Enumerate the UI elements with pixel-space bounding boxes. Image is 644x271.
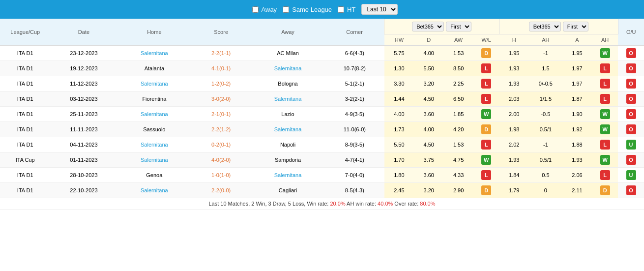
cell-away[interactable]: Salernitana xyxy=(251,91,325,107)
cell-score[interactable]: 1-0(1-0) xyxy=(191,168,251,183)
table-row: ITA D1 19-12-2023 Atalanta 4-1(0-1) Sale… xyxy=(0,61,644,76)
ht-checkbox[interactable] xyxy=(338,6,344,13)
cell-corner: 4-9(3-5) xyxy=(325,107,384,122)
cell-score[interactable]: 4-1(0-1) xyxy=(191,61,251,76)
last-n-dropdown[interactable]: Last 10 Last 20 Last 30 xyxy=(361,4,398,15)
cell-ou: O xyxy=(618,76,644,91)
cell-aw: 6.50 xyxy=(443,91,473,107)
cell-away[interactable]: Salernitana xyxy=(251,168,325,183)
cell-aw: 1.53 xyxy=(443,137,473,152)
main-container: Away Same League HT Last 10 Last 20 Last… xyxy=(0,0,644,210)
th-ah: AH xyxy=(529,34,562,46)
cell-wl: L xyxy=(473,76,499,91)
ht-label: HT xyxy=(347,6,355,13)
cell-ah: 0.5/1 xyxy=(529,152,562,168)
cell-aw: 4.20 xyxy=(443,122,473,137)
same-league-checkbox-label[interactable]: Same League xyxy=(283,6,332,13)
cell-score[interactable]: 0-2(0-1) xyxy=(191,137,251,152)
cell-score[interactable]: 2-2(0-0) xyxy=(191,183,251,198)
cell-corner: 8-5(4-3) xyxy=(325,183,384,198)
cell-score[interactable]: 3-0(2-0) xyxy=(191,91,251,107)
cell-a: 1.95 xyxy=(562,46,592,61)
book-select-1[interactable]: Bet365 Other xyxy=(412,22,444,31)
cell-wl: D xyxy=(473,122,499,137)
cell-a: 1.87 xyxy=(562,91,592,107)
cell-hw: 1.44 xyxy=(384,91,414,107)
table-row: ITA D1 11-11-2023 Sassuolo 2-2(1-2) Sale… xyxy=(0,122,644,137)
cell-a: 1.90 xyxy=(562,107,592,122)
cell-away[interactable]: Salernitana xyxy=(251,61,325,76)
cell-h: 1.95 xyxy=(499,46,529,61)
cell-home[interactable]: Salernitana xyxy=(117,152,191,168)
cell-aw: 1.53 xyxy=(443,46,473,61)
cell-h: 1.98 xyxy=(499,122,529,137)
cell-league: ITA D1 xyxy=(0,61,51,76)
cell-date: 03-12-2023 xyxy=(51,91,117,107)
type-select-2[interactable]: First Last xyxy=(563,22,588,31)
cell-hw: 4.00 xyxy=(384,107,414,122)
th-ah2: AH xyxy=(592,34,618,46)
cell-ah: -0.5 xyxy=(529,107,562,122)
cell-wl: L xyxy=(473,137,499,152)
table-row: ITA D1 04-11-2023 Salernitana 0-2(0-1) N… xyxy=(0,137,644,152)
cell-aw: 2.25 xyxy=(443,76,473,91)
cell-home: Genoa xyxy=(117,168,191,183)
cell-league: ITA D1 xyxy=(0,46,51,61)
cell-home[interactable]: Salernitana xyxy=(117,183,191,198)
cell-score[interactable]: 2-1(0-1) xyxy=(191,107,251,122)
cell-home: Atalanta xyxy=(117,61,191,76)
cell-away[interactable]: Salernitana xyxy=(251,122,325,137)
cell-corner: 11-0(6-0) xyxy=(325,122,384,137)
th-home: Home xyxy=(117,19,191,46)
cell-h: 1.79 xyxy=(499,183,529,198)
cell-d: 3.20 xyxy=(414,76,443,91)
cell-h: 1.84 xyxy=(499,168,529,183)
cell-ah2: L xyxy=(592,61,618,76)
th-score: Score xyxy=(191,19,251,46)
cell-d: 3.60 xyxy=(414,168,443,183)
book-select-2[interactable]: Bet365 Other xyxy=(529,22,561,31)
cell-home: Fiorentina xyxy=(117,91,191,107)
cell-ah: -1 xyxy=(529,46,562,61)
cell-corner: 4-7(4-1) xyxy=(325,152,384,168)
cell-corner: 6-6(4-3) xyxy=(325,46,384,61)
cell-ah: 1/1.5 xyxy=(529,91,562,107)
cell-score[interactable]: 4-0(2-0) xyxy=(191,152,251,168)
cell-ou: O xyxy=(618,91,644,107)
cell-hw: 1.73 xyxy=(384,122,414,137)
cell-ou: O xyxy=(618,152,644,168)
cell-away: Sampdoria xyxy=(251,152,325,168)
cell-away: Cagliari xyxy=(251,183,325,198)
cell-d: 4.50 xyxy=(414,137,443,152)
cell-home[interactable]: Salernitana xyxy=(117,76,191,91)
away-checkbox-label[interactable]: Away xyxy=(252,6,277,13)
th-a: A xyxy=(562,34,592,46)
ht-checkbox-label[interactable]: HT xyxy=(338,6,355,13)
cell-d: 4.50 xyxy=(414,91,443,107)
cell-score[interactable]: 2-2(1-2) xyxy=(191,122,251,137)
cell-corner: 5-1(2-1) xyxy=(325,76,384,91)
cell-wl: W xyxy=(473,107,499,122)
cell-ah2: W xyxy=(592,122,618,137)
away-checkbox[interactable] xyxy=(252,6,259,13)
cell-a: 2.06 xyxy=(562,168,592,183)
cell-wl: W xyxy=(473,152,499,168)
cell-ah: 0.5/1 xyxy=(529,122,562,137)
cell-a: 2.11 xyxy=(562,183,592,198)
cell-score[interactable]: 1-2(0-2) xyxy=(191,76,251,91)
cell-ah2: L xyxy=(592,76,618,91)
cell-ah2: L xyxy=(592,168,618,183)
cell-home[interactable]: Salernitana xyxy=(117,137,191,152)
cell-h: 2.00 xyxy=(499,107,529,122)
cell-corner: 8-9(3-5) xyxy=(325,137,384,152)
cell-score[interactable]: 2-2(1-1) xyxy=(191,46,251,61)
cell-wl: L xyxy=(473,61,499,76)
same-league-checkbox[interactable] xyxy=(283,6,289,13)
cell-h: 2.03 xyxy=(499,91,529,107)
cell-home[interactable]: Salernitana xyxy=(117,107,191,122)
cell-hw: 3.30 xyxy=(384,76,414,91)
cell-home[interactable]: Salernitana xyxy=(117,46,191,61)
type-select-1[interactable]: First Last xyxy=(446,22,471,31)
cell-date: 19-12-2023 xyxy=(51,61,117,76)
table-row: ITA D1 22-10-2023 Salernitana 2-2(0-0) C… xyxy=(0,183,644,198)
